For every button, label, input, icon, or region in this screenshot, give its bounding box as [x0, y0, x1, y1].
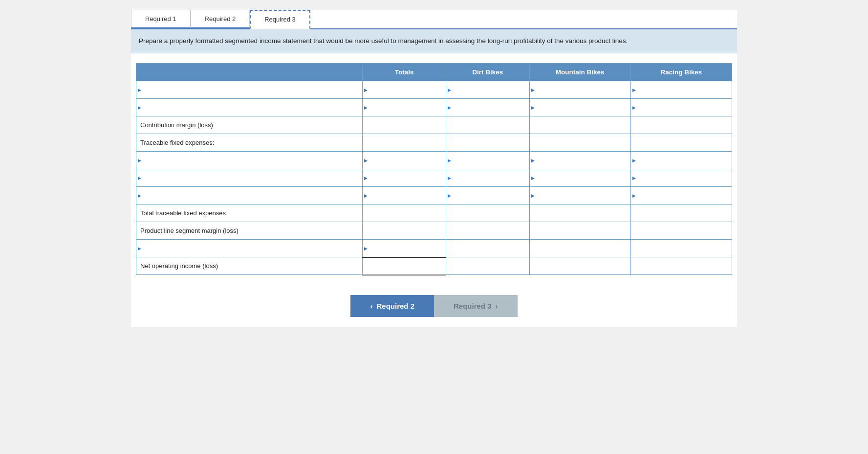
- row8-mountain-input[interactable]: [530, 204, 630, 222]
- row8-dirt-cell[interactable]: [446, 204, 529, 222]
- row10-racing-cell[interactable]: [630, 240, 732, 257]
- tab-required-1[interactable]: Required 1: [131, 10, 191, 28]
- row1-totals-cell[interactable]: [363, 81, 446, 99]
- row5-mountain-cell[interactable]: [529, 152, 630, 169]
- row5-racing-input[interactable]: [631, 152, 732, 169]
- row8-racing-input[interactable]: [631, 204, 732, 222]
- row11-racing-input[interactable]: [631, 257, 732, 274]
- row10-label-cell[interactable]: [136, 240, 363, 257]
- row8-racing-cell[interactable]: [630, 204, 732, 222]
- row2-totals-input[interactable]: [363, 99, 446, 116]
- row7-totals-cell[interactable]: [363, 187, 446, 204]
- row8-dirt-input[interactable]: [446, 204, 529, 222]
- row5-racing-cell[interactable]: [630, 152, 732, 169]
- row3-dirt-input[interactable]: [446, 116, 529, 134]
- row8-totals-cell[interactable]: [363, 204, 446, 222]
- row11-dirt-input[interactable]: [446, 257, 529, 274]
- row4-mountain-input[interactable]: [530, 134, 630, 151]
- tab-required-2[interactable]: Required 2: [191, 10, 250, 28]
- row11-totals-input[interactable]: [363, 258, 446, 274]
- row6-totals-cell[interactable]: [363, 169, 446, 187]
- row4-totals-cell[interactable]: [363, 134, 446, 152]
- row1-racing-input[interactable]: [631, 81, 732, 98]
- prev-button[interactable]: ‹ Required 2: [350, 295, 434, 317]
- row9-racing-cell[interactable]: [630, 222, 732, 240]
- row8-totals-input[interactable]: [363, 204, 446, 222]
- row1-racing-cell[interactable]: [630, 81, 732, 99]
- row7-racing-cell[interactable]: [630, 187, 732, 204]
- row5-totals-input[interactable]: [363, 152, 446, 169]
- row6-dirt-cell[interactable]: [446, 169, 529, 187]
- row3-totals-input[interactable]: [363, 116, 446, 134]
- row2-mountain-input[interactable]: [530, 99, 630, 116]
- row5-dirt-input[interactable]: [446, 152, 529, 169]
- row10-racing-input[interactable]: [631, 240, 732, 257]
- row9-mountain-cell[interactable]: [529, 222, 630, 240]
- tab-required-3[interactable]: Required 3: [250, 10, 310, 29]
- row11-mountain-cell[interactable]: [529, 257, 630, 275]
- row9-totals-input[interactable]: [363, 222, 446, 239]
- row3-mountain-cell[interactable]: [529, 116, 630, 134]
- row5-mountain-input[interactable]: [530, 152, 630, 169]
- row10-totals-cell[interactable]: [363, 240, 446, 257]
- row10-dirt-cell[interactable]: [446, 240, 529, 257]
- row4-dirt-cell[interactable]: [446, 134, 529, 152]
- row7-label-input[interactable]: [140, 187, 362, 204]
- row5-label-cell[interactable]: [136, 152, 363, 169]
- row2-racing-cell[interactable]: [630, 99, 732, 116]
- row2-label-input[interactable]: [140, 99, 362, 116]
- row4-totals-input[interactable]: [363, 134, 446, 151]
- row1-mountain-input[interactable]: [530, 81, 630, 98]
- row9-dirt-input[interactable]: [446, 222, 529, 239]
- row9-mountain-input[interactable]: [530, 222, 630, 239]
- row11-mountain-input[interactable]: [530, 257, 630, 274]
- row3-dirt-cell[interactable]: [446, 116, 529, 134]
- row5-label-input[interactable]: [140, 152, 362, 169]
- row9-totals-cell[interactable]: [363, 222, 446, 240]
- row6-racing-cell[interactable]: [630, 169, 732, 187]
- row10-label-input[interactable]: [140, 240, 362, 257]
- row2-label-cell[interactable]: [136, 99, 363, 116]
- row10-dirt-input[interactable]: [446, 240, 529, 257]
- row10-totals-input[interactable]: [363, 240, 446, 257]
- row1-dirt-cell[interactable]: [446, 81, 529, 99]
- row4-racing-cell[interactable]: [630, 134, 732, 152]
- row6-totals-input[interactable]: [363, 169, 446, 186]
- row7-racing-input[interactable]: [631, 187, 732, 204]
- row1-totals-input[interactable]: [363, 81, 446, 98]
- row3-racing-input[interactable]: [631, 116, 732, 134]
- row10-mountain-cell[interactable]: [529, 240, 630, 257]
- row6-label-cell[interactable]: [136, 169, 363, 187]
- next-button[interactable]: Required 3 ›: [434, 295, 518, 317]
- row2-totals-cell[interactable]: [363, 99, 446, 116]
- row1-dirt-input[interactable]: [446, 81, 529, 98]
- row2-mountain-cell[interactable]: [529, 99, 630, 116]
- row11-dirt-cell[interactable]: [446, 257, 529, 275]
- row5-totals-cell[interactable]: [363, 152, 446, 169]
- row7-dirt-input[interactable]: [446, 187, 529, 204]
- row3-mountain-input[interactable]: [530, 116, 630, 134]
- row3-totals-cell[interactable]: [363, 116, 446, 134]
- row4-dirt-input[interactable]: [446, 134, 529, 151]
- row4-racing-input[interactable]: [631, 134, 732, 151]
- row9-dirt-cell[interactable]: [446, 222, 529, 240]
- row11-totals-cell[interactable]: [363, 257, 446, 275]
- row10-mountain-input[interactable]: [530, 240, 630, 257]
- row4-mountain-cell[interactable]: [529, 134, 630, 152]
- row1-label-cell[interactable]: [136, 81, 363, 99]
- row6-label-input[interactable]: [140, 169, 362, 186]
- row2-racing-input[interactable]: [631, 99, 732, 116]
- row3-racing-cell[interactable]: [630, 116, 732, 134]
- row6-mountain-cell[interactable]: [529, 169, 630, 187]
- row7-dirt-cell[interactable]: [446, 187, 529, 204]
- row9-racing-input[interactable]: [631, 222, 732, 239]
- row7-label-cell[interactable]: [136, 187, 363, 204]
- row5-dirt-cell[interactable]: [446, 152, 529, 169]
- row7-mountain-input[interactable]: [530, 187, 630, 204]
- row7-mountain-cell[interactable]: [529, 187, 630, 204]
- row6-mountain-input[interactable]: [530, 169, 630, 186]
- row2-dirt-input[interactable]: [446, 99, 529, 116]
- row6-dirt-input[interactable]: [446, 169, 529, 186]
- row7-totals-input[interactable]: [363, 187, 446, 204]
- row8-mountain-cell[interactable]: [529, 204, 630, 222]
